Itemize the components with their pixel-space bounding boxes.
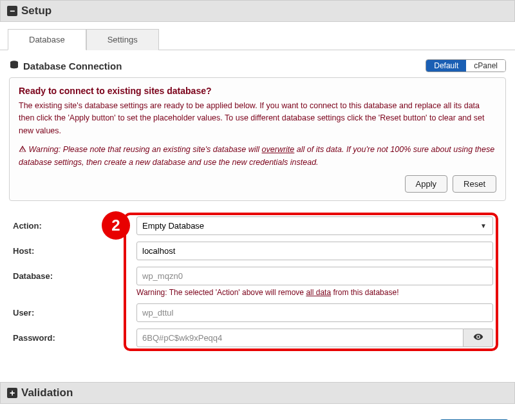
user-input[interactable]: [136, 303, 493, 322]
warning-underlined: overwrite: [262, 145, 295, 154]
tabs: Database Settings: [8, 28, 515, 50]
setup-title: Setup: [21, 5, 52, 17]
setup-body: Database Connection Default cPanel Ready…: [0, 50, 515, 364]
expand-icon: +: [7, 388, 17, 398]
db-connection-header: Database Connection Default cPanel: [9, 59, 506, 72]
notice-heading: Ready to connect to existing sites datab…: [19, 86, 496, 96]
connection-notice: Ready to connect to existing sites datab…: [9, 77, 506, 201]
apply-button[interactable]: Apply: [405, 175, 448, 193]
warning-icon: [19, 144, 26, 156]
setup-header[interactable]: − Setup: [0, 0, 515, 22]
warning-prefix: Warning: Please note that reusing an exi…: [28, 145, 261, 154]
user-label: User:: [9, 308, 136, 318]
mode-default[interactable]: Default: [426, 60, 466, 72]
database-warning: Warning: The selected 'Action' above wil…: [136, 288, 506, 297]
mode-cpanel[interactable]: cPanel: [466, 60, 505, 72]
notice-body: The existing site's database settings ar…: [19, 100, 496, 137]
host-input[interactable]: [136, 242, 493, 260]
notice-warning: Warning: Please note that reusing an exi…: [19, 144, 496, 169]
password-input[interactable]: [136, 329, 464, 347]
validation-header[interactable]: + Validation: [0, 382, 515, 404]
db-form: 2 Action: Empty Database ▼ Host: Databas…: [9, 213, 506, 351]
tab-settings[interactable]: Settings: [86, 29, 159, 50]
eye-icon: [473, 332, 483, 344]
toggle-password-button[interactable]: [464, 329, 493, 347]
collapse-icon: −: [7, 6, 17, 16]
reset-button[interactable]: Reset: [453, 175, 496, 193]
password-label: Password:: [9, 333, 136, 343]
mode-segmented: Default cPanel: [426, 59, 506, 72]
step-badge: 2: [102, 211, 130, 240]
database-icon: [9, 60, 19, 72]
db-connection-title: Database Connection: [23, 61, 122, 72]
tab-database[interactable]: Database: [8, 29, 86, 50]
action-select[interactable]: Empty Database: [136, 216, 493, 235]
validation-title: Validation: [21, 387, 73, 399]
database-input[interactable]: [136, 267, 493, 285]
host-label: Host:: [9, 246, 136, 256]
database-label: Database:: [9, 271, 136, 281]
